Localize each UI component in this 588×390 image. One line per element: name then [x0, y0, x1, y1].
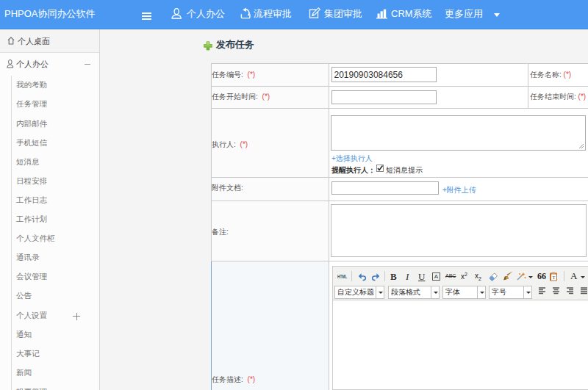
svg-text:T: T	[553, 275, 556, 280]
